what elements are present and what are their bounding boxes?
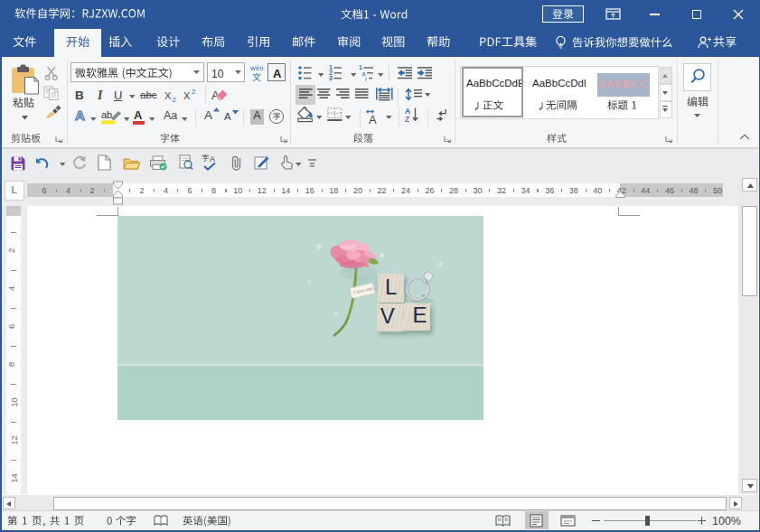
svg-text:ab: ab xyxy=(101,109,112,120)
svg-text:A: A xyxy=(369,113,377,126)
svg-text:3: 3 xyxy=(329,75,333,81)
svg-text:i: i xyxy=(365,75,367,81)
svg-text:A: A xyxy=(210,154,215,163)
svg-text:Z: Z xyxy=(405,115,409,124)
svg-text:A: A xyxy=(134,108,143,122)
